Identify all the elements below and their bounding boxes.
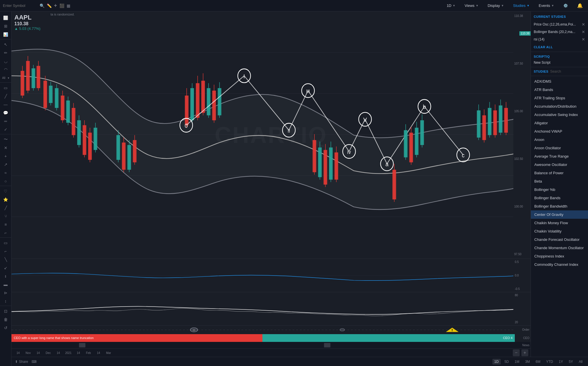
pointer-tool[interactable]: ⊳ (1, 289, 10, 297)
arrow-tool[interactable]: ↖ (1, 40, 10, 49)
circle-tool[interactable]: ○ (1, 177, 10, 185)
study-atr-trailing[interactable]: ATR Trailing Stops (531, 94, 588, 102)
screenshot-icon[interactable]: ⬛ (59, 3, 64, 8)
bar-tool[interactable]: ≡ (1, 220, 10, 228)
trash-tool[interactable]: 🗑 (1, 315, 10, 324)
study-chande-momentum[interactable]: Chande Momentum Oscillator (531, 244, 588, 252)
indicator-chart-2[interactable]: 80 20 (11, 292, 531, 325)
study-aroon[interactable]: Aroon (531, 135, 588, 144)
layout-icon[interactable]: ▦ (67, 3, 70, 8)
pencil-draw-tool[interactable]: ✏ (1, 49, 10, 57)
period-1m[interactable]: 1M (512, 359, 521, 365)
fork-tool[interactable]: ⑂ (1, 212, 10, 220)
bubble-tool[interactable]: 💬 (1, 109, 10, 117)
period-3m[interactable]: 3M (523, 359, 532, 365)
settings-button[interactable]: ⚙️ (561, 2, 570, 9)
new-script-button[interactable]: New Script (534, 60, 585, 65)
time-label-nov: Nov (22, 351, 34, 355)
timeframe-button[interactable]: 1D ▼ (444, 2, 458, 9)
study-awesome-osc[interactable]: Awesome Oscillator (531, 160, 588, 169)
study-accum-dist[interactable]: Accumulation/Distribution (531, 102, 588, 111)
studies-list[interactable]: ADX/DMS ATR Bands ATR Trailing Stops Acc… (531, 76, 588, 357)
pencil-icon[interactable]: ✏️ (47, 3, 52, 8)
rect-tool[interactable]: ▭ (1, 84, 10, 92)
display-button[interactable]: Display ▼ (486, 2, 506, 9)
study-center-gravity[interactable]: Center Of Gravity (531, 210, 588, 219)
arc-tool[interactable]: ◡ (1, 57, 10, 65)
studies-button[interactable]: Studies ▼ (511, 2, 532, 9)
diag2-tool[interactable]: ↗ (1, 160, 10, 169)
symbol-input[interactable] (3, 3, 37, 8)
diag4-tool[interactable]: ↙ (1, 264, 10, 272)
grid-tool[interactable]: ⊞ (1, 22, 10, 30)
hline2-tool[interactable]: ═ (1, 117, 10, 125)
star-tool[interactable]: ⭐ (1, 195, 10, 204)
study-chaikin-vol[interactable]: Chaikin Volatility (531, 227, 588, 235)
chart-type-tool[interactable]: 📊 (1, 30, 10, 38)
period-5d[interactable]: 5D (502, 359, 511, 365)
search-icon[interactable]: 🔍 (40, 3, 45, 8)
heart-tool[interactable]: ♡ (1, 187, 10, 195)
step-tool[interactable]: ⌐ (1, 229, 10, 237)
study-adx[interactable]: ADX/DMS (531, 77, 588, 86)
main-chart[interactable]: CHARTIQ 110.38 107.50 105.00 102.50 100.… (11, 11, 531, 259)
plus-tool[interactable]: + (1, 152, 10, 160)
indicator-chart-1[interactable]: 0.5 0.0 -0.5 (11, 259, 531, 292)
hline-tool[interactable]: ― (1, 100, 10, 109)
study-close-0[interactable]: ✕ (582, 22, 585, 27)
study-bollinger-bw[interactable]: Bollinger Bandwidth (531, 202, 588, 210)
study-cci[interactable]: Commodity Channel Index (531, 260, 588, 269)
study-accum-swing[interactable]: Accumulative Swing Index (531, 111, 588, 119)
line3-tool[interactable]: ╱ (1, 204, 10, 212)
study-choppiness[interactable]: Choppiness Index (531, 252, 588, 260)
period-1d[interactable]: 1D (492, 359, 501, 365)
zoom-in-button[interactable]: + (521, 349, 528, 356)
add-study-icon[interactable]: + (54, 3, 57, 9)
study-close-2[interactable]: ✕ (582, 37, 585, 42)
cursor-tool[interactable]: ⬜ (1, 14, 10, 22)
all-label[interactable]: All▾ (1, 74, 10, 82)
study-alligator[interactable]: Alligator (531, 119, 588, 127)
arc2-tool[interactable]: ◠ (1, 65, 10, 73)
study-atr-bands[interactable]: ATR Bands (531, 86, 588, 94)
clear-all-button[interactable]: CLEAR ALL (534, 45, 585, 49)
x-tool[interactable]: ✕ (1, 144, 10, 152)
study-bollinger-pctb[interactable]: Bollinger %b (531, 185, 588, 194)
undo-tool[interactable]: ↺ (1, 324, 10, 332)
period-6m[interactable]: 6M (534, 359, 543, 365)
diagonal-tool[interactable]: ╱ (1, 92, 10, 100)
toolbar-section-shapes: ▭ ╱ ― 💬 ═ ✓ (0, 83, 11, 134)
studies-search-input[interactable] (550, 69, 588, 73)
select-tool[interactable]: ⊡ (1, 307, 10, 315)
study-close-1[interactable]: ✕ (582, 30, 585, 34)
period-1y[interactable]: 1Y (557, 359, 565, 365)
study-atr[interactable]: Average True Range (531, 152, 588, 160)
angle-tool[interactable]: ⌐ (1, 247, 10, 255)
zoom-out-button[interactable]: − (513, 349, 520, 356)
study-balance-power[interactable]: Balance of Power (531, 169, 588, 177)
study-aroon-osc[interactable]: Aroon Oscillator (531, 144, 588, 152)
keyboard-button[interactable]: ⌨ (32, 360, 36, 364)
notification-button[interactable]: 🔔 (575, 2, 585, 9)
cursor2-tool[interactable]: ↕ (1, 297, 10, 305)
period-5y[interactable]: 5Y (567, 359, 575, 365)
band-left: CEO with a super long name that shows na… (11, 334, 262, 342)
study-chande-forecast[interactable]: Chande Forecast Oscillator (531, 235, 588, 244)
study-anchored-vwap[interactable]: Anchored VWAP (531, 127, 588, 135)
diag3-tool[interactable]: ╲ (1, 255, 10, 264)
period-all[interactable]: All (577, 359, 585, 365)
study-chaikin-mf[interactable]: Chaikin Money Flow (531, 219, 588, 227)
check-tool[interactable]: ✓ (1, 125, 10, 133)
study-beta[interactable]: Beta (531, 177, 588, 185)
wave-tool[interactable]: ≈ (1, 169, 10, 177)
columns-tool[interactable]: ⫾ (1, 272, 10, 280)
period-ytd[interactable]: YTD (544, 359, 555, 365)
study-bollinger-bands[interactable]: Bollinger Bands (531, 194, 588, 202)
share-button[interactable]: ⬆ Share (15, 360, 28, 364)
zigzag-tool[interactable]: 〜 (1, 135, 10, 144)
views-button[interactable]: Views ▼ (462, 2, 481, 9)
toolbar-section-draw: ↖ ✏ ◡ ◠ All▾ (0, 40, 11, 83)
events-button[interactable]: Events ▼ (536, 2, 556, 9)
rect3-tool[interactable]: ▬ (1, 280, 10, 288)
rect2-tool[interactable]: ▭ (1, 239, 10, 247)
